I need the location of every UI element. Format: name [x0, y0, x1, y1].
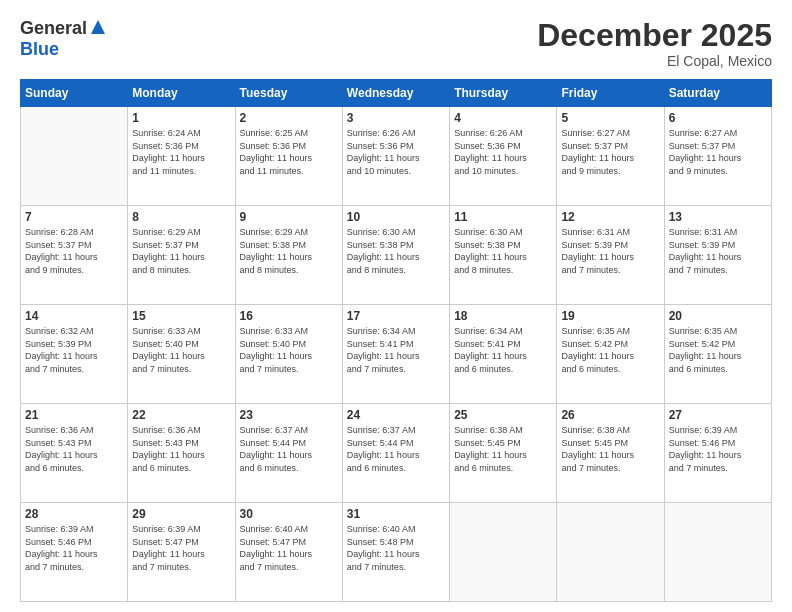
- day-number: 7: [25, 210, 123, 224]
- day-info: Sunrise: 6:34 AM Sunset: 5:41 PM Dayligh…: [347, 325, 445, 375]
- day-info: Sunrise: 6:34 AM Sunset: 5:41 PM Dayligh…: [454, 325, 552, 375]
- day-number: 18: [454, 309, 552, 323]
- day-number: 16: [240, 309, 338, 323]
- calendar-week-row: 21Sunrise: 6:36 AM Sunset: 5:43 PM Dayli…: [21, 404, 772, 503]
- day-number: 28: [25, 507, 123, 521]
- calendar-cell: 26Sunrise: 6:38 AM Sunset: 5:45 PM Dayli…: [557, 404, 664, 503]
- day-number: 3: [347, 111, 445, 125]
- day-number: 15: [132, 309, 230, 323]
- day-number: 4: [454, 111, 552, 125]
- day-info: Sunrise: 6:26 AM Sunset: 5:36 PM Dayligh…: [454, 127, 552, 177]
- calendar-cell: 15Sunrise: 6:33 AM Sunset: 5:40 PM Dayli…: [128, 305, 235, 404]
- day-info: Sunrise: 6:40 AM Sunset: 5:47 PM Dayligh…: [240, 523, 338, 573]
- day-info: Sunrise: 6:31 AM Sunset: 5:39 PM Dayligh…: [561, 226, 659, 276]
- day-number: 25: [454, 408, 552, 422]
- day-info: Sunrise: 6:32 AM Sunset: 5:39 PM Dayligh…: [25, 325, 123, 375]
- day-info: Sunrise: 6:36 AM Sunset: 5:43 PM Dayligh…: [132, 424, 230, 474]
- calendar-cell: 9Sunrise: 6:29 AM Sunset: 5:38 PM Daylig…: [235, 206, 342, 305]
- calendar-cell: 24Sunrise: 6:37 AM Sunset: 5:44 PM Dayli…: [342, 404, 449, 503]
- calendar-week-row: 14Sunrise: 6:32 AM Sunset: 5:39 PM Dayli…: [21, 305, 772, 404]
- day-info: Sunrise: 6:27 AM Sunset: 5:37 PM Dayligh…: [561, 127, 659, 177]
- day-info: Sunrise: 6:38 AM Sunset: 5:45 PM Dayligh…: [454, 424, 552, 474]
- day-info: Sunrise: 6:29 AM Sunset: 5:38 PM Dayligh…: [240, 226, 338, 276]
- day-info: Sunrise: 6:36 AM Sunset: 5:43 PM Dayligh…: [25, 424, 123, 474]
- day-info: Sunrise: 6:35 AM Sunset: 5:42 PM Dayligh…: [561, 325, 659, 375]
- day-number: 11: [454, 210, 552, 224]
- day-info: Sunrise: 6:33 AM Sunset: 5:40 PM Dayligh…: [132, 325, 230, 375]
- day-number: 23: [240, 408, 338, 422]
- day-number: 17: [347, 309, 445, 323]
- calendar-cell: 19Sunrise: 6:35 AM Sunset: 5:42 PM Dayli…: [557, 305, 664, 404]
- day-info: Sunrise: 6:24 AM Sunset: 5:36 PM Dayligh…: [132, 127, 230, 177]
- day-info: Sunrise: 6:30 AM Sunset: 5:38 PM Dayligh…: [347, 226, 445, 276]
- day-number: 27: [669, 408, 767, 422]
- day-number: 21: [25, 408, 123, 422]
- calendar-cell: 22Sunrise: 6:36 AM Sunset: 5:43 PM Dayli…: [128, 404, 235, 503]
- day-info: Sunrise: 6:39 AM Sunset: 5:47 PM Dayligh…: [132, 523, 230, 573]
- day-number: 30: [240, 507, 338, 521]
- month-title: December 2025: [537, 18, 772, 53]
- day-number: 19: [561, 309, 659, 323]
- day-info: Sunrise: 6:37 AM Sunset: 5:44 PM Dayligh…: [347, 424, 445, 474]
- calendar-header-friday: Friday: [557, 80, 664, 107]
- calendar-week-row: 28Sunrise: 6:39 AM Sunset: 5:46 PM Dayli…: [21, 503, 772, 602]
- calendar-cell: 21Sunrise: 6:36 AM Sunset: 5:43 PM Dayli…: [21, 404, 128, 503]
- calendar-cell: 13Sunrise: 6:31 AM Sunset: 5:39 PM Dayli…: [664, 206, 771, 305]
- day-info: Sunrise: 6:27 AM Sunset: 5:37 PM Dayligh…: [669, 127, 767, 177]
- day-number: 12: [561, 210, 659, 224]
- day-info: Sunrise: 6:39 AM Sunset: 5:46 PM Dayligh…: [669, 424, 767, 474]
- day-number: 26: [561, 408, 659, 422]
- day-number: 10: [347, 210, 445, 224]
- day-number: 5: [561, 111, 659, 125]
- calendar-cell: [664, 503, 771, 602]
- calendar-cell: [557, 503, 664, 602]
- day-number: 22: [132, 408, 230, 422]
- calendar-cell: 27Sunrise: 6:39 AM Sunset: 5:46 PM Dayli…: [664, 404, 771, 503]
- day-info: Sunrise: 6:26 AM Sunset: 5:36 PM Dayligh…: [347, 127, 445, 177]
- day-number: 1: [132, 111, 230, 125]
- calendar-cell: 28Sunrise: 6:39 AM Sunset: 5:46 PM Dayli…: [21, 503, 128, 602]
- calendar-week-row: 1Sunrise: 6:24 AM Sunset: 5:36 PM Daylig…: [21, 107, 772, 206]
- page: General Blue December 2025 El Copal, Mex…: [0, 0, 792, 612]
- calendar-cell: 7Sunrise: 6:28 AM Sunset: 5:37 PM Daylig…: [21, 206, 128, 305]
- calendar-cell: [450, 503, 557, 602]
- day-info: Sunrise: 6:33 AM Sunset: 5:40 PM Dayligh…: [240, 325, 338, 375]
- calendar-cell: 25Sunrise: 6:38 AM Sunset: 5:45 PM Dayli…: [450, 404, 557, 503]
- day-number: 24: [347, 408, 445, 422]
- day-info: Sunrise: 6:28 AM Sunset: 5:37 PM Dayligh…: [25, 226, 123, 276]
- day-info: Sunrise: 6:38 AM Sunset: 5:45 PM Dayligh…: [561, 424, 659, 474]
- calendar-cell: 29Sunrise: 6:39 AM Sunset: 5:47 PM Dayli…: [128, 503, 235, 602]
- calendar-cell: 8Sunrise: 6:29 AM Sunset: 5:37 PM Daylig…: [128, 206, 235, 305]
- day-number: 14: [25, 309, 123, 323]
- calendar-cell: 1Sunrise: 6:24 AM Sunset: 5:36 PM Daylig…: [128, 107, 235, 206]
- day-number: 2: [240, 111, 338, 125]
- logo-icon: [89, 18, 107, 36]
- day-info: Sunrise: 6:40 AM Sunset: 5:48 PM Dayligh…: [347, 523, 445, 573]
- day-number: 29: [132, 507, 230, 521]
- day-number: 9: [240, 210, 338, 224]
- calendar-cell: 3Sunrise: 6:26 AM Sunset: 5:36 PM Daylig…: [342, 107, 449, 206]
- calendar-cell: 12Sunrise: 6:31 AM Sunset: 5:39 PM Dayli…: [557, 206, 664, 305]
- calendar-cell: 17Sunrise: 6:34 AM Sunset: 5:41 PM Dayli…: [342, 305, 449, 404]
- day-info: Sunrise: 6:31 AM Sunset: 5:39 PM Dayligh…: [669, 226, 767, 276]
- day-number: 31: [347, 507, 445, 521]
- logo: General Blue: [20, 18, 107, 60]
- calendar-header-row: SundayMondayTuesdayWednesdayThursdayFrid…: [21, 80, 772, 107]
- day-info: Sunrise: 6:30 AM Sunset: 5:38 PM Dayligh…: [454, 226, 552, 276]
- day-number: 8: [132, 210, 230, 224]
- calendar-cell: 23Sunrise: 6:37 AM Sunset: 5:44 PM Dayli…: [235, 404, 342, 503]
- svg-marker-0: [91, 20, 105, 34]
- calendar-cell: 4Sunrise: 6:26 AM Sunset: 5:36 PM Daylig…: [450, 107, 557, 206]
- calendar-header-sunday: Sunday: [21, 80, 128, 107]
- title-section: December 2025 El Copal, Mexico: [537, 18, 772, 69]
- calendar-header-monday: Monday: [128, 80, 235, 107]
- subtitle: El Copal, Mexico: [537, 53, 772, 69]
- day-info: Sunrise: 6:25 AM Sunset: 5:36 PM Dayligh…: [240, 127, 338, 177]
- calendar-cell: 16Sunrise: 6:33 AM Sunset: 5:40 PM Dayli…: [235, 305, 342, 404]
- calendar-cell: 5Sunrise: 6:27 AM Sunset: 5:37 PM Daylig…: [557, 107, 664, 206]
- header: General Blue December 2025 El Copal, Mex…: [20, 18, 772, 69]
- calendar-header-thursday: Thursday: [450, 80, 557, 107]
- calendar-cell: [21, 107, 128, 206]
- day-info: Sunrise: 6:39 AM Sunset: 5:46 PM Dayligh…: [25, 523, 123, 573]
- calendar-cell: 11Sunrise: 6:30 AM Sunset: 5:38 PM Dayli…: [450, 206, 557, 305]
